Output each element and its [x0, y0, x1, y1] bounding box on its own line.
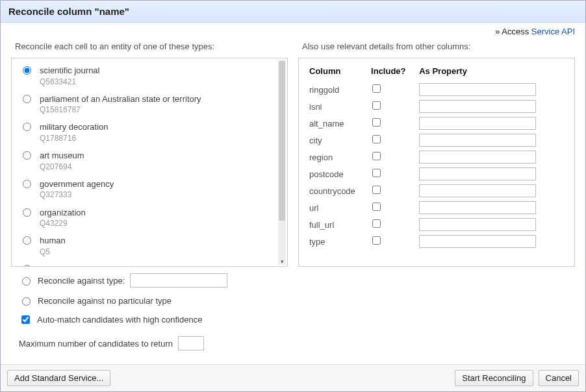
service-api-link[interactable]: Service API: [531, 27, 575, 36]
include-checkbox[interactable]: [372, 101, 381, 110]
type-id: Q5633421: [40, 77, 100, 87]
no-particular-type-row: Reconcile against no particular type: [19, 295, 284, 306]
column-name: ringgold: [308, 81, 370, 98]
type-radio[interactable]: [23, 265, 31, 266]
start-reconciling-button[interactable]: Start Reconciling: [455, 370, 533, 386]
header-column: Column: [308, 65, 370, 81]
include-checkbox[interactable]: [372, 219, 381, 228]
type-id: Q15816787: [40, 104, 201, 115]
column-name: city: [308, 132, 370, 149]
asprop-input[interactable]: [419, 201, 536, 214]
include-checkbox[interactable]: [372, 236, 381, 245]
include-checkbox[interactable]: [372, 84, 381, 93]
scrollbar[interactable]: ▾: [278, 60, 286, 265]
type-text: scientific journalQ5633421: [40, 65, 100, 87]
columns-table: Column Include? As Property ringgoldisni…: [308, 65, 565, 250]
max-candidates-label: Maximum number of candidates to return: [19, 339, 173, 349]
type-radio[interactable]: [23, 123, 31, 131]
asprop-cell: [418, 165, 565, 182]
type-radio[interactable]: [23, 208, 31, 217]
type-item[interactable]: humanQ5: [19, 235, 274, 257]
type-item[interactable]: government agencyQ327333: [19, 178, 274, 201]
automatch-checkbox[interactable]: [21, 315, 30, 324]
column-name: region: [308, 149, 370, 165]
below-list: Reconcile against type: Reconcile agains…: [11, 267, 288, 334]
asprop-input[interactable]: [419, 218, 536, 231]
column-name: type: [308, 233, 370, 250]
asprop-cell: [418, 216, 565, 233]
include-checkbox[interactable]: [372, 186, 381, 194]
type-radio[interactable]: [23, 236, 31, 245]
reconcile-against-type-label: Reconcile against type:: [38, 276, 125, 286]
asprop-cell: [418, 199, 565, 216]
dialog-content: Reconcile each cell to an entity of one …: [1, 38, 585, 364]
left-column: Reconcile each cell to an entity of one …: [11, 38, 288, 359]
include-checkbox[interactable]: [372, 152, 381, 160]
type-item[interactable]: scientific journalQ5633421: [19, 65, 274, 87]
include-cell: [370, 233, 418, 250]
asprop-input[interactable]: [419, 167, 536, 180]
type-radio[interactable]: [23, 95, 31, 103]
reconcile-against-type-input[interactable]: [130, 273, 227, 288]
asprop-input[interactable]: [419, 117, 536, 130]
type-item[interactable]: military decorationQ1788716: [19, 121, 274, 143]
header-asprop: As Property: [418, 65, 565, 81]
type-name: organization: [40, 207, 86, 219]
no-particular-type-label: Reconcile against no particular type: [38, 296, 172, 306]
include-cell: [370, 216, 418, 233]
right-column: Also use relevant details from other col…: [298, 38, 575, 359]
include-cell: [370, 165, 418, 182]
type-radio[interactable]: [23, 151, 31, 160]
include-checkbox[interactable]: [372, 202, 381, 211]
right-label: Also use relevant details from other col…: [302, 42, 575, 51]
type-radio[interactable]: [23, 180, 31, 188]
scrollbar-thumb[interactable]: [279, 61, 285, 221]
asprop-input[interactable]: [419, 134, 536, 147]
add-standard-service-button[interactable]: Add Standard Service...: [7, 370, 110, 386]
asprop-input[interactable]: [419, 151, 536, 164]
reconcile-against-type-radio[interactable]: [22, 277, 31, 286]
include-checkbox[interactable]: [372, 135, 381, 143]
asprop-cell: [418, 233, 565, 250]
type-item[interactable]: parliament of an Australian state or ter…: [19, 93, 274, 116]
type-name: bicameral legislature: [40, 263, 117, 266]
automatch-label: Auto-match candidates with high confiden…: [37, 315, 202, 325]
asprop-cell: [418, 182, 565, 199]
access-prefix: » Access: [495, 27, 531, 36]
type-item[interactable]: organizationQ43229: [19, 207, 274, 229]
table-row: url: [308, 199, 565, 216]
include-cell: [370, 199, 418, 216]
type-id: Q207694: [40, 162, 84, 172]
type-name: parliament of an Australian state or ter…: [40, 93, 201, 105]
access-row: » Access Service API: [1, 23, 585, 38]
asprop-input[interactable]: [419, 83, 536, 96]
column-name: postcode: [308, 165, 370, 182]
asprop-input[interactable]: [419, 100, 536, 113]
type-id: Q5: [40, 247, 66, 257]
scroll-down-icon[interactable]: ▾: [278, 258, 286, 265]
max-candidates-input[interactable]: [178, 336, 204, 350]
include-checkbox[interactable]: [372, 169, 381, 177]
columns-box: Column Include? As Property ringgoldisni…: [298, 58, 575, 267]
no-particular-type-radio[interactable]: [22, 297, 31, 306]
type-text: parliament of an Australian state or ter…: [40, 93, 201, 116]
type-name: human: [40, 235, 66, 247]
dialog-title: Reconcile column "name": [1, 1, 585, 23]
type-text: art museumQ207694: [40, 150, 84, 172]
type-list[interactable]: scientific journalQ5633421parliament of …: [12, 58, 278, 266]
left-label: Reconcile each cell to an entity of one …: [15, 42, 288, 51]
column-name: alt_name: [308, 115, 370, 132]
type-item[interactable]: bicameral legislatureQ189445: [19, 263, 274, 266]
type-item[interactable]: art museumQ207694: [19, 150, 274, 172]
table-row: region: [308, 149, 565, 165]
column-name: countrycode: [308, 182, 370, 199]
asprop-cell: [418, 132, 565, 149]
include-checkbox[interactable]: [372, 118, 381, 127]
include-cell: [370, 149, 418, 165]
table-row: postcode: [308, 165, 565, 182]
type-radio[interactable]: [23, 66, 31, 75]
asprop-input[interactable]: [419, 235, 536, 248]
cancel-button[interactable]: Cancel: [539, 370, 579, 386]
type-id: Q327333: [40, 190, 114, 200]
asprop-input[interactable]: [419, 184, 536, 197]
